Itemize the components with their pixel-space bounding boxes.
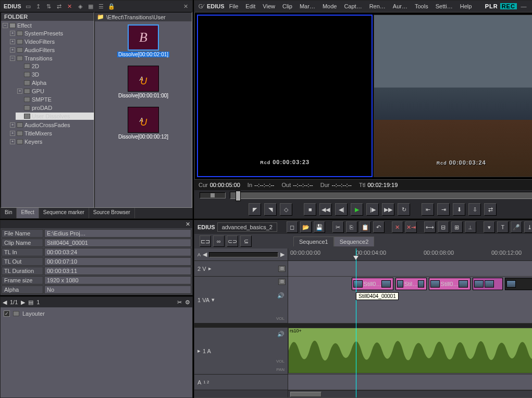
next-frame-button[interactable]: |▶ [366,203,379,216]
nav-next-icon[interactable]: ▶ [21,299,25,306]
up-icon[interactable]: ↥ [35,3,42,10]
scrub-bar[interactable] [194,190,532,201]
source-monitor[interactable]: Rcd00:00:03:23 [197,15,373,177]
menu-file[interactable]: File [227,2,241,10]
clip[interactable] [473,278,503,290]
group-button[interactable]: ∞ [213,235,225,247]
link-button[interactable]: ⊂⊃ [227,235,238,247]
fast-forward-button[interactable]: ▶▶ [382,203,394,216]
scroll-right-icon[interactable]: ▶ [280,251,284,258]
view-icon[interactable]: ▦ [87,3,94,10]
menu-help[interactable]: Help [457,2,475,10]
nav-prev-icon[interactable]: ◀ [3,299,7,306]
scroll-left-icon[interactable]: ◀ [203,251,207,258]
record-monitor[interactable]: Rcd00:00:03:24 [374,15,532,177]
set-out-button[interactable]: ◥ [264,203,277,216]
tab-seq-marker[interactable]: Sequence marker [39,208,89,218]
paste-button[interactable]: 📋 [360,221,371,233]
clip[interactable]: Stil… [395,278,427,290]
minimize-icon[interactable]: — [520,3,527,10]
menu-edit[interactable]: Edit [243,2,258,10]
seq-tab-1[interactable]: Sequence1 [293,237,334,246]
menu-marker[interactable]: Mar… [297,2,318,10]
track-head-1a[interactable]: ▸1 A 🔊 VOL PAN [194,328,288,375]
menu-view[interactable]: View [260,2,278,10]
tab-bin[interactable]: Bin [1,208,17,218]
track-mute-button[interactable]: ⊟ [278,266,286,272]
marker-button[interactable]: ▾ [484,221,495,233]
prev-frame-button[interactable]: ◀| [335,203,348,216]
track-1a[interactable]: rs10+ [288,328,532,375]
speaker-icon[interactable]: 🔊 [277,331,284,338]
tab-source-browser[interactable]: Source Browser [89,208,135,218]
gear-icon[interactable]: ⚙ [185,299,190,306]
menu-clip[interactable]: Clip [280,2,295,10]
replace-button[interactable]: ⇄ [484,203,497,216]
effect-thumb[interactable]: AU Dissolve[00:00:01:00] [97,66,190,98]
set-in-button[interactable]: ◤ [249,203,261,216]
tab-effect[interactable]: Effect [17,208,39,218]
split-button[interactable]: ⊟ [438,221,449,233]
clear-inout-button[interactable]: ◇ [280,203,292,216]
delete-icon[interactable]: ✕ [66,3,73,10]
link-icon[interactable]: ⇄ [56,3,63,10]
timeline-scrollbar[interactable] [288,390,532,397]
menu-render[interactable]: Ren… [367,2,388,10]
scrub-head[interactable] [236,191,241,201]
render-button[interactable]: ⤓ [524,221,532,233]
copy-button[interactable]: ⎘ [346,221,357,233]
track-1va[interactable]: Still0… Stil… Still0… ship 2 ship 2 Stil… [288,277,532,324]
clip[interactable] [505,278,532,290]
transition-button[interactable]: ⟂ [465,221,476,233]
effect-thumb[interactable]: B Dissolve[00:00:02:01] [97,24,190,57]
loop-button[interactable]: ↻ [398,203,410,216]
sequence-name[interactable]: advanced_basics_2 [217,222,277,232]
track-2v[interactable] [288,261,532,277]
clip[interactable]: Still0… [429,278,471,290]
stop-button[interactable]: ■ [304,203,316,216]
overwrite-button[interactable]: ⇩ [468,203,481,216]
ripple-delete-button[interactable]: ✕⇥ [405,221,417,233]
scissors-icon[interactable]: ✂ [177,299,182,306]
timeline-ruler[interactable]: 00:00:00:00 00:00:04:00 00:00:08:00 00:0… [288,248,532,261]
shuttle[interactable] [200,192,226,198]
close-icon[interactable]: ✕ [185,221,190,227]
scrollbar-thumb[interactable] [290,392,321,397]
effect-tree[interactable]: FOLDER −Effect +SystemPresets +VideoFilt… [1,12,94,208]
menu-capture[interactable]: Capt… [341,2,364,10]
seq-tab-2[interactable]: Sequence2 [334,237,375,246]
scrub-track[interactable] [230,192,532,199]
filter-icon[interactable]: ▤ [28,299,33,306]
effect-thumb[interactable]: AU Dissolve[00:00:00:12] [97,107,190,140]
menu-tools[interactable]: Tools [412,2,431,10]
menu-mode[interactable]: Mode [320,2,340,10]
trim-button[interactable]: ⟷ [424,221,436,233]
title-button[interactable]: T [497,221,509,233]
open-button[interactable]: 📂 [300,221,312,233]
magnet-button[interactable]: ⊆ [240,235,252,247]
track-a12[interactable] [288,375,532,390]
play-button[interactable]: ▶ [351,203,363,216]
match-frame-button[interactable]: ⊞ [451,221,463,233]
snap-button[interactable]: ⊏⊐ [200,235,211,247]
new-button[interactable]: ◻ [287,221,298,233]
clip[interactable]: Still0… [352,278,393,290]
menu-aur[interactable]: Aur… [390,2,410,10]
menu-settings[interactable]: Setti… [433,2,455,10]
props-icon[interactable]: ◈ [77,3,84,10]
new-bin-icon[interactable]: ▭ [24,3,32,10]
list-icon[interactable]: ☰ [97,3,105,10]
checkbox[interactable]: ✓ [4,310,10,317]
playhead[interactable] [356,248,356,397]
next-edit-button[interactable]: ⇥ [437,203,450,216]
audio-clip[interactable]: rs10+ [288,328,532,374]
audio-button[interactable]: 🎤 [511,221,522,233]
lock-icon[interactable]: 🔒 [108,3,115,10]
cut-button[interactable]: ✂ [332,221,344,233]
insert-button[interactable]: ⬇ [453,203,465,216]
track-video-button[interactable]: ⊟ [278,279,286,285]
layouter-item[interactable]: ✓ Layouter [3,309,190,318]
delete-button[interactable]: ✕ [392,221,403,233]
track-area[interactable]: 00:00:00:00 00:00:04:00 00:00:08:00 00:0… [288,248,532,397]
undo-button[interactable]: ↶ [373,221,385,233]
